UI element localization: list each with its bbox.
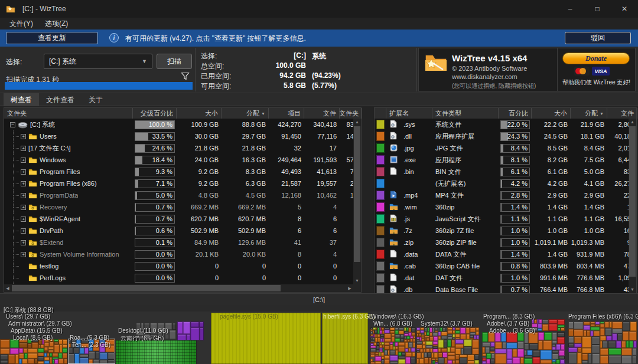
- expand-icon[interactable]: +: [21, 205, 26, 210]
- tree-row[interactable]: PerfLogs0.0 %0000: [4, 272, 361, 284]
- col-folders[interactable]: 文件夹: [340, 108, 362, 119]
- tab-about[interactable]: 关于: [82, 93, 110, 106]
- folder-name-cell[interactable]: +$Extend: [4, 237, 133, 248]
- drive-dropdown[interactable]: [C:] 系统 ▼: [44, 54, 152, 69]
- scroll-up-icon[interactable]: ▲: [353, 119, 361, 126]
- maximize-button[interactable]: □: [584, 0, 611, 18]
- col-allocated[interactable]: 分配▼: [222, 108, 269, 119]
- folder-name-cell[interactable]: +System Volume Information: [4, 248, 133, 260]
- tree-row[interactable]: +[17 文件在 C:\]24.6 %21.8 GB21.8 GB3217: [4, 142, 361, 154]
- folder-name-cell[interactable]: +Program Files: [4, 166, 133, 178]
- col-filetype[interactable]: 文件类型: [432, 108, 499, 119]
- tree-row[interactable]: +Users33.5 %30.0 GB29.7 GB91,45077,11614…: [4, 130, 361, 142]
- tree-row[interactable]: +ProgramData5.0 %4.8 GB4.5 GB12,16810,46…: [4, 189, 361, 201]
- minimize-button[interactable]: –: [556, 0, 584, 18]
- folder-name-cell[interactable]: +Recovery: [4, 201, 133, 213]
- expand-icon[interactable]: +: [21, 158, 26, 163]
- extension-row[interactable]: .dbData Base File0.7 %766.4 MB766.8 MB43…: [375, 284, 636, 293]
- folder-name-cell[interactable]: +Program Files (x86): [4, 178, 133, 189]
- extension-row[interactable]: .sys系统文件22.0 %22.2 GB21.9 GB2,806: [375, 119, 636, 130]
- collapse-icon[interactable]: −: [10, 122, 15, 127]
- col-extension[interactable]: 扩展名: [386, 108, 432, 119]
- tree-row[interactable]: +DrvPath0.6 %502.9 MB502.9 MB66: [4, 225, 361, 237]
- tab-file-view[interactable]: 文件查看: [39, 93, 82, 106]
- extension-row[interactable]: S.jsJavaScript 文件1.1 %1.1 GB1.1 GB16,559: [375, 213, 636, 225]
- parent-percent-bar: 0.7 %: [133, 201, 177, 213]
- website-link[interactable]: www.diskanalyzer.com: [452, 73, 517, 80]
- tree-row[interactable]: +Recovery0.7 %669.2 MB669.2 MB54: [4, 201, 361, 213]
- close-button[interactable]: ✕: [611, 0, 638, 18]
- tree-row[interactable]: +$WinREAgent0.7 %620.7 MB620.7 MB86: [4, 213, 361, 225]
- col-folder[interactable]: 文件夹: [4, 108, 133, 119]
- scroll-thumb[interactable]: [629, 126, 636, 277]
- expand-icon[interactable]: +: [21, 217, 26, 222]
- tree-vertical-scrollbar[interactable]: ▲ ▼: [353, 119, 361, 284]
- extension-row[interactable]: .cab360zip CAB file0.8 %803.9 MB803.4 MB…: [375, 260, 636, 272]
- extension-row[interactable]: .zip360zip ZIP file1.0 %1,019.1 MB1,019.…: [375, 237, 636, 248]
- scroll-down-icon[interactable]: ▼: [353, 277, 361, 284]
- tree-row[interactable]: +System Volume Information0.0 %20.1 KB20…: [4, 248, 361, 260]
- col-files[interactable]: 文件: [607, 108, 637, 119]
- tree-row[interactable]: +Program Files (x86)7.1 %9.2 GB6.3 GB21,…: [4, 178, 361, 189]
- expand-icon[interactable]: +: [21, 240, 26, 245]
- folder-name-cell[interactable]: +[17 文件在 C:\]: [4, 142, 133, 154]
- tree-row[interactable]: testlog0.0 %0000: [4, 260, 361, 272]
- extension-row[interactable]: .dll应用程序扩展24.3 %24.5 GB18.1 GB40,182: [375, 130, 636, 142]
- filter-icon[interactable]: [181, 72, 190, 83]
- ext-vertical-scrollbar[interactable]: ▲ ▼: [629, 119, 636, 293]
- tree-row[interactable]: +Program Files9.3 %9.2 GB8.3 GB49,49341,…: [4, 166, 361, 178]
- folder-name-cell[interactable]: +DrvPath: [4, 225, 133, 237]
- expand-icon[interactable]: +: [21, 193, 26, 198]
- check-update-button[interactable]: 查看更新: [6, 32, 98, 44]
- expand-icon[interactable]: +: [21, 134, 26, 139]
- col-files[interactable]: 文件: [304, 108, 340, 119]
- col-size[interactable]: 大小: [177, 108, 222, 119]
- folder-name-cell[interactable]: +ProgramData: [4, 189, 133, 201]
- folder-name-cell[interactable]: +$WinREAgent: [4, 213, 133, 225]
- folder-name-cell[interactable]: +Windows: [4, 154, 133, 166]
- donate-button[interactable]: Donate: [562, 53, 630, 64]
- folder-name-cell[interactable]: −[C:] 系统: [4, 119, 133, 130]
- extension-row[interactable]: (无扩展名)4.2 %4.2 GB4.1 GB26,277: [375, 178, 636, 189]
- extension-row[interactable]: .mp4MP4 文件2.8 %2.9 GB2.9 GB227: [375, 189, 636, 201]
- col-parent-pct[interactable]: 父级百分比: [133, 108, 177, 119]
- tree-row[interactable]: +$Extend0.1 %84.9 MB129.6 MB4137: [4, 237, 361, 248]
- dismiss-button[interactable]: 驳回: [565, 32, 631, 44]
- col-size[interactable]: 大小: [532, 108, 571, 119]
- col-items[interactable]: 项目: [269, 108, 304, 119]
- tab-tree-view[interactable]: 树查看: [4, 93, 39, 106]
- expand-icon[interactable]: +: [21, 181, 26, 186]
- expand-icon[interactable]: +: [21, 228, 26, 234]
- treemap[interactable]: [C:] 系统 (88.8 GB)Users\ (29.7 GB)Adminis…: [0, 305, 638, 364]
- percent-bar: 4.2 %: [499, 178, 532, 189]
- menu-options[interactable]: 选项(Z): [40, 18, 73, 30]
- extension-row[interactable]: .dataDATA 文件1.4 %1.4 GB931.9 MB787: [375, 248, 636, 260]
- percent-bar: 8.1 %: [499, 154, 532, 166]
- menu-file[interactable]: 文件(Y): [5, 18, 38, 30]
- folder-name-cell[interactable]: PerfLogs: [4, 272, 133, 284]
- expand-icon[interactable]: +: [21, 252, 26, 257]
- extension-row[interactable]: .wim360zip1.4 %1.4 GB1.4 GB13: [375, 201, 636, 213]
- tree-row[interactable]: −[C:] 系统100.0 %100.9 GB88.8 GB424,270340…: [4, 119, 361, 130]
- scroll-down-icon[interactable]: ▼: [629, 286, 636, 293]
- extension-row[interactable]: .datDAT 文件1.0 %991.6 MB776.6 MB1,094: [375, 272, 636, 284]
- expand-icon[interactable]: +: [21, 146, 26, 151]
- extension-row[interactable]: .exe应用程序8.1 %8.2 GB7.5 GB6,449: [375, 154, 636, 166]
- scroll-thumb[interactable]: [12, 285, 281, 291]
- col-percent[interactable]: 百分比: [499, 108, 532, 119]
- scroll-thumb[interactable]: [354, 126, 360, 262]
- expand-icon[interactable]: +: [21, 169, 26, 175]
- col-allocated[interactable]: 分配▼: [571, 108, 607, 119]
- scroll-up-icon[interactable]: ▲: [629, 119, 636, 126]
- folder-name-cell[interactable]: testlog: [4, 260, 133, 272]
- tree-row[interactable]: +Windows18.4 %24.0 GB16.3 GB249,464191,5…: [4, 154, 361, 166]
- scan-button[interactable]: 扫描: [157, 54, 192, 69]
- folder-name-cell[interactable]: +Users: [4, 130, 133, 142]
- extension-row[interactable]: .7z360zip 7Z file1.0 %1.0 GB1.0 GB163: [375, 225, 636, 237]
- extension-row[interactable]: .jpgJPG 文件8.4 %8.5 GB8.4 GB2,018: [375, 142, 636, 154]
- extension-row[interactable]: .binBIN 文件6.1 %6.1 GB5.0 GB833: [375, 166, 636, 178]
- scroll-right-icon[interactable]: ▶: [346, 284, 353, 292]
- items-value: 6: [269, 225, 304, 237]
- tree-horizontal-scrollbar[interactable]: ◀ ▶: [4, 284, 361, 292]
- scroll-left-icon[interactable]: ◀: [4, 284, 11, 292]
